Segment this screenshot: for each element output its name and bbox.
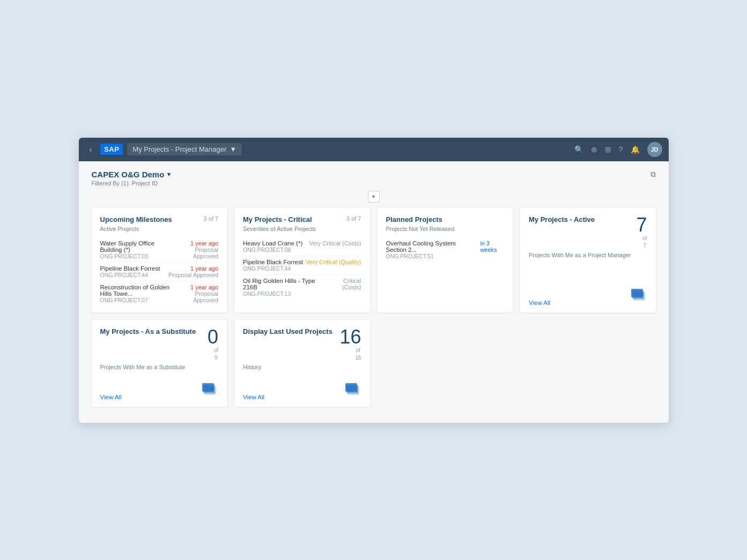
- big-number-area: 0 of0: [196, 327, 218, 362]
- status-label: Critical (Costs): [325, 278, 361, 290]
- status-label: Very Critical (Costs): [309, 240, 361, 247]
- of-label: of0: [214, 347, 218, 362]
- project-id: ONG.PROJECT.08: [243, 247, 302, 253]
- page-title[interactable]: CAPEX O&G Demo ▾: [92, 170, 171, 179]
- big-number: 7: [636, 215, 647, 235]
- row-right: 1 year ago Proposal Approved: [175, 240, 218, 259]
- title-chevron-icon: ▾: [167, 171, 171, 178]
- svg-rect-8: [345, 383, 357, 392]
- card-header: Planned Projects: [386, 215, 505, 223]
- my-projects-substitute-card: My Projects - As a Substitute 0 of0 Proj…: [92, 320, 227, 407]
- card-subtitle: Projects With Me as a Substitute: [100, 364, 219, 370]
- stack-icon: [631, 288, 647, 306]
- card-count: 3 of 7: [346, 215, 361, 222]
- my-projects-active-card: My Projects - Active 7 of7 Projects With…: [520, 208, 656, 312]
- collapse-button[interactable]: ▾: [368, 191, 380, 203]
- card-title: My Projects - Critical: [243, 215, 312, 223]
- big-number-area: 16 of16: [339, 327, 361, 362]
- card-title: My Projects - Active: [529, 215, 595, 223]
- project-name: Overhaul Cooling System Section 2...: [386, 240, 474, 253]
- nav-back-button[interactable]: ‹: [85, 143, 97, 156]
- add-icon[interactable]: ⊕: [591, 145, 597, 154]
- bell-icon[interactable]: 🔔: [631, 145, 640, 154]
- card-title: Upcoming Milestones: [100, 215, 172, 223]
- svg-rect-2: [631, 289, 643, 297]
- view-all-link[interactable]: View All: [529, 300, 550, 306]
- row-right: 1 year ago Proposal Approved: [180, 284, 218, 303]
- card-subtitle: Projects With Me as a Project Manager: [529, 252, 647, 258]
- table-row[interactable]: Pipeline Black Forrest ONG.PROJECT.44 1 …: [100, 263, 219, 281]
- status-label: Proposal Approved: [180, 290, 218, 303]
- card-footer: View All: [100, 376, 219, 400]
- table-row[interactable]: Reconstruction of Golden Hills Towe... O…: [100, 281, 219, 306]
- planned-projects-card: Planned Projects Projects Not Yet Releas…: [378, 208, 513, 312]
- table-row[interactable]: Heavy Load Crane (*) ONG.PROJECT.08 Very…: [243, 237, 361, 256]
- view-all-link[interactable]: View All: [243, 394, 264, 400]
- main-content: CAPEX O&G Demo ▾ Filtered By (1): Projec…: [79, 161, 669, 423]
- status-date: 1 year ago: [180, 284, 218, 290]
- card-header: Upcoming Milestones 3 of 7: [100, 215, 219, 223]
- big-number: 16: [339, 327, 361, 347]
- of-label: of16: [355, 347, 361, 362]
- collapse-row: ▾: [92, 191, 656, 203]
- project-id: ONG.PROJECT.07: [100, 297, 180, 303]
- cards-row-1: Upcoming Milestones 3 of 7 Active Projec…: [92, 208, 656, 312]
- project-name: Reconstruction of Golden Hills Towe...: [100, 284, 180, 297]
- project-name: Oil Rig Golden Hills - Type 216B: [243, 278, 325, 290]
- nav-icons: 🔍 ⊕ ⊞ ? 🔔 JD: [574, 142, 662, 157]
- card-subtitle: Active Projects: [100, 226, 219, 232]
- status-label: Proposal Approved: [168, 272, 218, 278]
- status-date: 1 year ago: [168, 265, 218, 272]
- view-all-link[interactable]: View All: [100, 394, 122, 400]
- project-name: Pipeline Black Forrest: [100, 265, 160, 272]
- row-right: 1 year ago Proposal Approved: [168, 265, 218, 278]
- card-footer: View All: [243, 376, 361, 400]
- sap-logo: SAP: [100, 144, 123, 155]
- page-subtitle: Filtered By (1): Project ID: [92, 180, 171, 186]
- card-count: 3 of 7: [203, 215, 218, 222]
- project-id: ONG.PROJECT.51: [386, 253, 474, 259]
- avatar[interactable]: JD: [647, 142, 662, 157]
- cards-row-2: My Projects - As a Substitute 0 of0 Proj…: [92, 320, 656, 407]
- card-title: My Projects - As a Substitute: [100, 327, 196, 335]
- display-last-used-card: Display Last Used Projects 16 of16 Histo…: [234, 320, 370, 407]
- big-number-area: 7 of7: [636, 215, 647, 250]
- stack-icon: [345, 382, 361, 400]
- weeks-label: in 3 weeks: [480, 240, 504, 253]
- project-id: ONG.PROJECT.13: [243, 290, 325, 297]
- page-header: CAPEX O&G Demo ▾ Filtered By (1): Projec…: [92, 170, 656, 186]
- table-row[interactable]: Pipeline Black Forrest ONG.PROJECT.44 Ve…: [243, 256, 361, 275]
- project-id: ONG.PROJECT.03: [100, 253, 175, 259]
- search-icon[interactable]: 🔍: [574, 145, 583, 154]
- table-row[interactable]: Water Supply Office Building (*) ONG.PRO…: [100, 237, 219, 263]
- card-header: My Projects - Active 7 of7: [529, 215, 647, 250]
- grid-icon[interactable]: ⊞: [605, 145, 611, 154]
- card-header: My Projects - As a Substitute 0 of0: [100, 327, 219, 362]
- table-row[interactable]: Overhaul Cooling System Section 2... ONG…: [386, 237, 505, 262]
- status-label: Proposal Approved: [175, 247, 218, 259]
- svg-rect-5: [202, 383, 214, 392]
- nav-title-arrow: ▼: [230, 145, 236, 153]
- project-id: ONG.PROJECT.44: [243, 265, 303, 272]
- external-link-icon[interactable]: ⧉: [650, 170, 656, 179]
- browser-window: ‹ SAP My Projects - Project Manager ▼ 🔍 …: [79, 138, 669, 423]
- card-footer: View All: [529, 281, 647, 306]
- project-id: ONG.PROJECT.44: [100, 272, 160, 278]
- project-name: Water Supply Office Building (*): [100, 240, 175, 253]
- card-subtitle: Severities of Active Projects: [243, 226, 361, 232]
- nav-title-text: My Projects - Project Manager: [132, 145, 226, 153]
- page-title-text: CAPEX O&G Demo: [92, 170, 165, 179]
- status-label: Very Critical (Quality): [306, 259, 361, 265]
- big-number: 0: [208, 327, 218, 347]
- nav-title[interactable]: My Projects - Project Manager ▼: [127, 143, 242, 155]
- card-header: Display Last Used Projects 16 of16: [243, 327, 361, 362]
- card-subtitle: Projects Not Yet Released: [386, 226, 505, 232]
- card-title: Planned Projects: [386, 215, 442, 223]
- my-projects-critical-card: My Projects - Critical 3 of 7 Severities…: [234, 208, 370, 312]
- page-title-area: CAPEX O&G Demo ▾ Filtered By (1): Projec…: [92, 170, 171, 186]
- project-name: Heavy Load Crane (*): [243, 240, 302, 247]
- table-row[interactable]: Oil Rig Golden Hills - Type 216B ONG.PRO…: [243, 275, 361, 300]
- help-icon[interactable]: ?: [619, 145, 623, 154]
- of-label: of7: [642, 235, 647, 250]
- card-title: Display Last Used Projects: [243, 327, 332, 335]
